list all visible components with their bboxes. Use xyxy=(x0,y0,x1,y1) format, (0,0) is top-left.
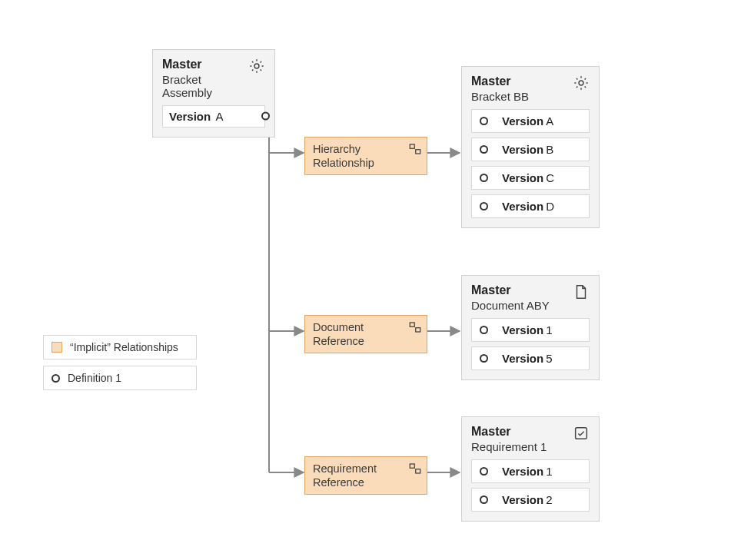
version-value: D xyxy=(546,200,554,213)
card-subtitle: Bracket BB xyxy=(471,90,529,103)
version-row: VersionD xyxy=(471,194,590,218)
card-title: Master xyxy=(471,75,529,88)
source-version-label: Version xyxy=(169,110,211,123)
svg-point-7 xyxy=(254,64,259,68)
svg-rect-9 xyxy=(416,150,420,154)
gear-icon xyxy=(248,58,265,75)
svg-rect-8 xyxy=(410,144,414,148)
relationship-line1: Requirement xyxy=(313,462,377,475)
legend: “Implicit” Relationships Definition 1 xyxy=(43,335,197,396)
circle-icon xyxy=(480,174,488,182)
legend-definition-label: Definition 1 xyxy=(68,372,121,384)
card-subtitle: Requirement 1 xyxy=(471,440,547,453)
svg-point-14 xyxy=(579,81,583,85)
version-row: VersionC xyxy=(471,166,590,190)
version-label: Version xyxy=(502,493,543,506)
target-requirement-card: Master Requirement 1 Version1 Version2 xyxy=(461,416,600,522)
card-subtitle: Document ABY xyxy=(471,299,550,312)
gear-icon xyxy=(573,75,590,91)
svg-rect-15 xyxy=(576,428,587,439)
version-value: A xyxy=(546,114,553,128)
version-value: B xyxy=(546,143,553,156)
circle-icon xyxy=(480,202,488,210)
version-value: 1 xyxy=(546,323,552,336)
source-version-value: A xyxy=(216,110,224,123)
target-bracket-bb-card: Master Bracket BB VersionA VersionB Vers… xyxy=(461,66,600,228)
hierarchy-icon xyxy=(408,320,422,334)
relationship-line2: Relationship xyxy=(313,157,374,169)
source-subtitle: Bracket Assembly xyxy=(162,73,244,99)
source-title: Master xyxy=(162,58,244,71)
version-label: Version xyxy=(502,171,543,184)
check-icon xyxy=(573,425,590,442)
relationship-requirement: Requirement Reference xyxy=(304,456,427,495)
version-label: Version xyxy=(502,143,543,156)
card-title: Master xyxy=(471,283,550,297)
legend-implicit-label: “Implicit” Relationships xyxy=(70,341,178,353)
svg-rect-12 xyxy=(410,464,414,468)
circle-icon xyxy=(480,354,488,363)
legend-definition-row: Definition 1 xyxy=(43,366,197,390)
version-value: 1 xyxy=(546,465,552,478)
version-row: VersionB xyxy=(471,138,590,161)
version-row: Version1 xyxy=(471,318,590,342)
source-master-card: Master Bracket Assembly Version A xyxy=(152,49,275,138)
source-version-row: Version A xyxy=(162,105,265,128)
circle-icon xyxy=(480,145,488,154)
relationship-document: Document Reference xyxy=(304,315,427,353)
version-label: Version xyxy=(502,465,543,478)
version-label: Version xyxy=(502,323,543,336)
relationship-line2: Reference xyxy=(313,476,364,489)
relationship-hierarchy: Hierarchy Relationship xyxy=(304,137,427,175)
hierarchy-icon xyxy=(408,142,422,156)
circle-icon xyxy=(480,326,488,334)
version-value: C xyxy=(546,171,554,184)
version-value: 5 xyxy=(546,352,552,365)
version-row: Version5 xyxy=(471,346,590,370)
target-document-aby-card: Master Document ABY Version1 Version5 xyxy=(461,275,600,380)
circle-icon xyxy=(480,117,488,125)
version-label: Version xyxy=(502,200,543,213)
hierarchy-icon xyxy=(408,462,422,476)
diagram-canvas: Master Bracket Assembly Version A Hierar… xyxy=(0,0,731,560)
svg-rect-10 xyxy=(410,323,414,326)
circle-icon xyxy=(480,467,488,476)
relationship-line1: Document xyxy=(313,321,364,333)
version-label: Version xyxy=(502,352,543,365)
document-icon xyxy=(573,283,590,300)
legend-square-icon xyxy=(52,342,62,353)
card-title: Master xyxy=(471,425,547,439)
relationship-line1: Hierarchy xyxy=(313,143,361,155)
version-row: VersionA xyxy=(471,109,590,133)
legend-implicit-row: “Implicit” Relationships xyxy=(43,335,197,360)
version-row: Version1 xyxy=(471,459,590,483)
connector-dot-icon xyxy=(261,112,270,121)
version-value: 2 xyxy=(546,493,552,506)
legend-circle-icon xyxy=(52,374,60,383)
svg-rect-13 xyxy=(416,469,420,473)
svg-rect-11 xyxy=(416,328,420,332)
version-row: Version2 xyxy=(471,488,590,512)
version-label: Version xyxy=(502,114,543,128)
circle-icon xyxy=(480,495,488,504)
relationship-line2: Reference xyxy=(313,335,364,347)
